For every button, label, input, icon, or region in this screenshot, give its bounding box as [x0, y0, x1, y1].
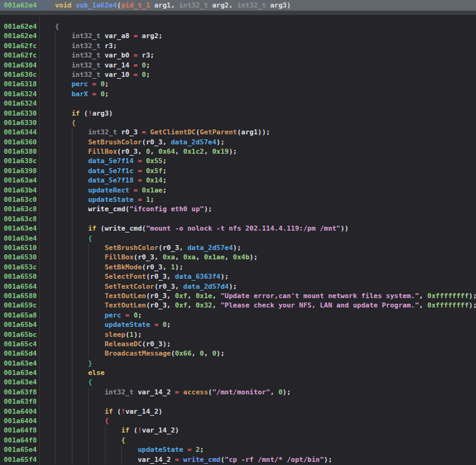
line-address[interactable]: 001a638c: [0, 156, 55, 166]
token[interactable]: 0x32: [196, 301, 212, 309]
line-address[interactable]: 001a62e4: [0, 22, 55, 31]
token[interactable]: 0: [101, 80, 105, 88]
token[interactable]: (: [80, 109, 88, 118]
line-address[interactable]: 001a6304: [0, 61, 55, 70]
code-line[interactable]: 001a62fcint32_t var_b0 = r3;: [0, 51, 476, 60]
token[interactable]: =: [129, 71, 142, 79]
token[interactable]: (r0_3,: [159, 244, 187, 252]
token[interactable]: r0_3: [117, 128, 137, 136]
token[interactable]: arg1,: [150, 1, 179, 9]
token[interactable]: ;: [162, 176, 167, 184]
code-line[interactable]: 001a6510SetBrushColor(r0_3, data_2d57e4)…: [0, 243, 476, 252]
token[interactable]: (: [221, 456, 225, 464]
function-header-row[interactable]: 001a62e4 void sub_1a62e4(pid_t_1 arg1, i…: [0, 0, 476, 11]
token[interactable]: (r0_3,: [142, 138, 171, 146]
token[interactable]: var_14_2): [142, 426, 179, 434]
code-line[interactable]: 001a630cint32_t var_10 = 0;: [0, 70, 476, 79]
token[interactable]: {: [88, 234, 92, 242]
line-address[interactable]: 001a63c8: [0, 214, 55, 224]
token[interactable]: (: [113, 408, 121, 416]
token[interactable]: ,: [419, 292, 427, 300]
token[interactable]: 0x14: [146, 176, 163, 184]
code-line[interactable]: 001a63f8int32_t var_14_2 = access("/mnt/…: [0, 388, 476, 397]
line-code[interactable]: int32_t var_14_2 = access("/mnt/monitor"…: [55, 388, 476, 397]
line-address[interactable]: 001a65f4: [0, 455, 55, 464]
token[interactable]: r3;: [142, 51, 154, 59]
line-address[interactable]: 001a65a8: [0, 311, 55, 320]
token[interactable]: pid_t_1: [121, 1, 150, 9]
token[interactable]: GetClientDC: [150, 128, 196, 136]
token[interactable]: ,: [212, 292, 221, 300]
line-code[interactable]: {: [55, 22, 476, 31]
token[interactable]: void: [55, 1, 72, 9]
code-line[interactable]: 001a63e4{: [0, 378, 476, 387]
line-address[interactable]: 001a63c0: [0, 195, 55, 204]
token[interactable]: );: [216, 349, 224, 358]
token[interactable]: int32_t: [72, 61, 101, 69]
token[interactable]: );: [134, 331, 142, 339]
token[interactable]: 0xa: [162, 253, 175, 261]
token[interactable]: var_b0: [101, 51, 129, 59]
token[interactable]: int32_t: [237, 1, 265, 9]
header-address[interactable]: 001a62e4: [0, 0, 55, 11]
line-code[interactable]: updateState = 1;: [55, 195, 476, 204]
code-line[interactable]: 001a65f4var_14_2 = write_cmd("cp -rf /mn…: [0, 455, 476, 464]
line-code[interactable]: if (write_cmd("mount -o nolock -t nfs 20…: [55, 224, 476, 233]
line-address[interactable]: 001a6344: [0, 128, 55, 137]
line-address[interactable]: 001a6564: [0, 282, 55, 291]
token[interactable]: 0x55: [146, 157, 163, 165]
token[interactable]: if: [72, 109, 80, 118]
token[interactable]: !: [88, 109, 92, 118]
token[interactable]: =: [129, 186, 142, 194]
token[interactable]: updateState: [105, 321, 151, 329]
line-address[interactable]: 001a65e4: [0, 445, 55, 454]
token[interactable]: int32_t: [72, 42, 101, 50]
token[interactable]: 0: [162, 321, 167, 329]
code-line[interactable]: 001a65e4updateState = 2;: [0, 445, 476, 454]
code-line[interactable]: 001a65a8perc = 0;: [0, 311, 476, 320]
token[interactable]: );: [282, 388, 290, 396]
token[interactable]: 0xa: [183, 253, 196, 261]
token[interactable]: FillBox: [105, 253, 134, 261]
token[interactable]: =: [183, 446, 196, 454]
token[interactable]: 0x66: [175, 349, 192, 358]
token[interactable]: ,: [196, 253, 204, 261]
function-signature[interactable]: void sub_1a62e4(pid_t_1 arg1, int32_t ar…: [55, 0, 476, 11]
code-line[interactable]: 001a6330{: [0, 118, 476, 128]
line-address[interactable]: 001a630c: [0, 70, 55, 79]
line-address[interactable]: 001a6550: [0, 272, 55, 281]
token[interactable]: data_6363f4: [175, 272, 221, 281]
token[interactable]: );: [216, 138, 224, 146]
token[interactable]: ;: [146, 61, 151, 69]
line-code[interactable]: {: [55, 416, 476, 426]
token[interactable]: );: [233, 244, 241, 252]
line-code[interactable]: BroadcastMessage(0x66, 0, 0);: [55, 349, 476, 358]
code-line[interactable]: 001a63f8: [0, 397, 476, 406]
line-code[interactable]: {: [55, 118, 476, 128]
line-address[interactable]: 001a63c8: [0, 204, 55, 214]
line-address[interactable]: 001a6330: [0, 118, 55, 128]
line-address[interactable]: 001a62fc: [0, 41, 55, 51]
line-code[interactable]: int32_t var_a8 = arg2;: [55, 31, 476, 41]
token[interactable]: (arg1));: [237, 128, 270, 136]
line-code[interactable]: SetTextColor(r0_3, data_2d57d4);: [55, 282, 476, 291]
token[interactable]: if: [88, 224, 96, 232]
line-address[interactable]: 001a6330: [0, 109, 55, 118]
code-line[interactable]: 001a62e4int32_t var_a8 = arg2;: [0, 31, 476, 41]
token[interactable]: ;: [138, 311, 142, 319]
token[interactable]: 0xf: [175, 301, 187, 309]
code-line[interactable]: 001a65d4BroadcastMessage(0x66, 0, 0);: [0, 349, 476, 358]
code-line[interactable]: 001a62e4{: [0, 22, 476, 31]
line-code[interactable]: int32_t r0_3 = GetClientDC(GetParent(arg…: [55, 128, 476, 137]
token[interactable]: );: [249, 253, 257, 261]
token[interactable]: data_5e7f1c: [88, 167, 134, 175]
line-code[interactable]: }: [55, 359, 476, 368]
line-address[interactable]: 001a653c: [0, 262, 55, 272]
token[interactable]: ;: [200, 446, 204, 454]
token[interactable]: arg2,: [208, 1, 237, 9]
code-line[interactable]: 001a63e4if (write_cmd("mount -o nolock -…: [0, 224, 476, 233]
line-address[interactable]: 001a6324: [0, 99, 55, 108]
token[interactable]: "ifconfig eth0 up": [129, 205, 204, 213]
token[interactable]: BroadcastMessage: [105, 349, 171, 358]
token[interactable]: (: [117, 1, 121, 9]
